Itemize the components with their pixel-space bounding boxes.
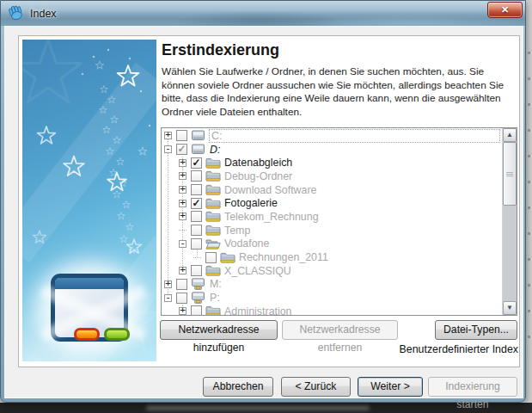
tree-connector	[193, 257, 201, 258]
tree-expander-plus-icon[interactable]: +	[164, 132, 172, 139]
tree-checkbox[interactable]	[176, 293, 187, 304]
wizard-content: Erstindexierung Wählen Sie Laufwerke / O…	[160, 36, 519, 367]
tree-label[interactable]: C:	[210, 130, 499, 142]
app-icon-green-button	[104, 328, 130, 341]
sidebar-artwork	[22, 40, 156, 361]
tree-expander-plus-icon[interactable]: +	[179, 172, 187, 180]
tree-connector	[179, 230, 187, 231]
tree-label[interactable]: M:	[210, 278, 222, 290]
tree-expander-minus-icon[interactable]: -	[164, 294, 172, 302]
tree-row[interactable]: +C:	[162, 129, 502, 143]
back-button[interactable]: < Zurück	[281, 377, 351, 397]
tree-expander-minus-icon[interactable]: -	[164, 145, 172, 153]
wizard-panel: Erstindexierung Wählen Sie Laufwerke / O…	[18, 35, 520, 367]
tree-label[interactable]: Rechnungen_2011	[239, 251, 328, 263]
tree-checkbox[interactable]	[191, 225, 202, 236]
tree-label[interactable]: Datenabgleich	[224, 157, 292, 169]
drive-icon	[191, 143, 206, 156]
tree-checkbox[interactable]: ✓	[176, 144, 187, 155]
desktop-background-right	[526, 0, 532, 413]
tree-row[interactable]: -✓D:	[162, 143, 502, 157]
tree-row[interactable]: +M:	[162, 278, 502, 292]
tree-row[interactable]: Rechnungen_2011	[162, 250, 502, 264]
tree-expander-plus-icon[interactable]: +	[179, 200, 187, 207]
tree-checkbox[interactable]	[176, 279, 187, 290]
folder-icon	[205, 170, 221, 182]
tree-checkbox[interactable]	[191, 238, 202, 250]
tree-expander-plus-icon[interactable]: +	[179, 307, 187, 315]
folder-icon	[220, 251, 235, 264]
tree-label[interactable]: Administration	[224, 305, 292, 315]
cancel-button[interactable]: Abbrechen	[203, 377, 273, 397]
tree-checkbox[interactable]	[191, 211, 202, 222]
folder-tree[interactable]: +C:-✓D:+✓Datenabgleich+Debug-Ordner+Down…	[161, 127, 517, 316]
tree-expander-plus-icon[interactable]: +	[179, 267, 187, 274]
tree-row[interactable]: +✓Datenabgleich	[162, 156, 502, 170]
next-button[interactable]: Weiter >	[358, 377, 423, 397]
custom-index-label: Benutzerdefinierter Index	[400, 343, 518, 355]
app-window-icon	[51, 274, 128, 342]
scrollbar-down-icon[interactable]: ▼	[503, 301, 517, 315]
tree-expander-minus-icon[interactable]: -	[179, 240, 187, 248]
tree-label[interactable]: Vodafone	[224, 237, 269, 250]
file-types-button[interactable]: Datei-Typen...	[435, 320, 517, 340]
hand-icon	[9, 4, 25, 21]
tree-label[interactable]: Telekom_Rechnung	[224, 211, 319, 223]
tree-row[interactable]: +Administration	[162, 305, 502, 315]
tree-label[interactable]: Temp	[224, 225, 250, 237]
titlebar[interactable]: Index ✕	[1, 1, 525, 26]
tree-expander-plus-icon[interactable]: +	[179, 213, 187, 220]
add-network-address-button[interactable]: Netzwerkadresse hinzufügen	[160, 320, 278, 340]
folder-icon	[205, 210, 221, 223]
drive-icon	[191, 129, 206, 142]
desktop-background-bottom	[0, 403, 532, 413]
app-icon-titlebar	[55, 278, 124, 289]
app-icon-orange-button	[74, 328, 100, 341]
tree-checkbox[interactable]	[176, 130, 187, 141]
tree-row[interactable]: -Vodafone	[162, 237, 502, 251]
tree-checkbox[interactable]: ✓	[191, 198, 202, 209]
tree-row[interactable]: +Debug-Ordner	[162, 170, 502, 183]
tree-label[interactable]: Fotogalerie	[224, 197, 278, 209]
folder-icon	[205, 264, 221, 277]
dialog-client-area: Erstindexierung Wählen Sie Laufwerke / O…	[4, 26, 523, 398]
tree-row[interactable]: +✓Fotogalerie	[162, 196, 502, 210]
tree-row[interactable]: +Download Software	[162, 183, 502, 197]
tree-checkbox[interactable]	[191, 184, 202, 195]
tree-label[interactable]: D:	[210, 144, 220, 156]
scrollbar-thumb[interactable]	[503, 142, 517, 206]
page-title: Erstindexierung	[162, 41, 279, 59]
tree-checkbox[interactable]	[205, 252, 217, 263]
tree-checkbox[interactable]: ✓	[191, 157, 202, 169]
drive-net-icon	[191, 278, 206, 291]
tree-checkbox[interactable]	[191, 265, 202, 276]
tree-row[interactable]: Temp	[162, 224, 502, 237]
remove-network-address-button[interactable]: Netzwerkadresse entfernen	[282, 320, 398, 340]
tree-row[interactable]: +Telekom_Rechnung	[162, 210, 502, 224]
close-button[interactable]: ✕	[487, 2, 523, 18]
scrollbar-up-icon[interactable]: ▲	[503, 128, 517, 142]
tree-checkbox[interactable]	[191, 170, 202, 182]
page-description: Wählen Sie Laufwerke / Ordner, in denen …	[162, 65, 517, 119]
folder-icon	[205, 224, 221, 237]
folder-icon	[205, 183, 221, 196]
tree-expander-plus-icon[interactable]: +	[179, 186, 187, 194]
tree-row[interactable]: -P:	[162, 291, 502, 305]
start-indexing-button[interactable]: Indexierung starten	[428, 377, 517, 397]
tree-label[interactable]: P:	[210, 292, 220, 304]
folder-icon	[205, 305, 221, 315]
drive-net-icon	[191, 292, 206, 305]
desktop-taskbar-text-smudge	[146, 405, 370, 410]
tree-expander-plus-icon[interactable]: +	[179, 159, 187, 167]
tree-label[interactable]: Debug-Ordner	[224, 170, 292, 182]
folder-icon	[205, 197, 221, 210]
tree-scrollbar[interactable]: ▲ ▼	[502, 128, 517, 315]
folder-tree-rows: +C:-✓D:+✓Datenabgleich+Debug-Ordner+Down…	[162, 128, 502, 315]
tree-label[interactable]: X_CLASSIQU	[224, 265, 291, 277]
window-title: Index	[30, 8, 57, 20]
tree-expander-plus-icon[interactable]: +	[164, 280, 172, 288]
tree-checkbox[interactable]	[191, 305, 202, 315]
tree-row[interactable]: +X_CLASSIQU	[162, 264, 502, 278]
index-wizard-window: Index ✕ Erstindexierung Wählen Sie Laufw…	[0, 0, 526, 403]
tree-label[interactable]: Download Software	[224, 184, 316, 196]
